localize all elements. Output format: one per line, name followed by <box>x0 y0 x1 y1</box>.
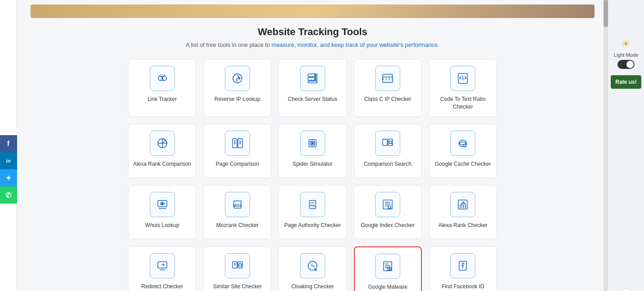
tool-card-code-to-text[interactable]: Code To Text Ratio Checker <box>429 59 497 117</box>
whois-icon <box>150 192 175 217</box>
tool-card-google-malware[interactable]: Google Malware Checker <box>354 246 422 291</box>
tool-card-redirect[interactable]: Redirect Checker <box>128 246 196 291</box>
alexa-rank-icon <box>450 192 475 217</box>
tool-label-server-status: Check Server Status <box>288 95 337 103</box>
google-malware-icon <box>375 254 400 279</box>
tool-label-cloaking: Cloaking Checker <box>291 283 334 291</box>
tool-label-reverse-ip: Reverse IP Lookup <box>215 95 260 103</box>
google-index-icon <box>375 192 400 217</box>
svg-rect-58 <box>458 200 467 209</box>
tool-label-page-authority: Page Authority Checker <box>284 222 341 229</box>
scrollbar-thumb[interactable] <box>604 0 608 27</box>
svg-point-45 <box>161 203 163 204</box>
tool-label-google-cache: Google Cache Checker <box>435 160 491 168</box>
social-sidebar: f in ✦ ✆ <box>0 0 17 291</box>
cookie-settings-button[interactable]: 🍪 <box>618 288 634 291</box>
tool-label-similar-site: Similar Site Checker <box>213 283 262 291</box>
sun-icon: ☀ <box>622 38 631 50</box>
tool-label-page-comparison: Page Comparison <box>216 160 259 168</box>
code-to-text-icon <box>450 66 475 91</box>
tool-label-find-facebook-id: Find Facebook ID <box>442 283 484 291</box>
page-scrollbar[interactable] <box>604 0 608 291</box>
tool-card-similar-site[interactable]: Similar Site Checker <box>203 246 271 291</box>
tool-card-reverse-ip[interactable]: Reverse IP Lookup <box>203 59 271 117</box>
twitter-share-button[interactable]: ✦ <box>0 169 17 186</box>
tool-card-page-authority[interactable]: PA Page Authority Checker <box>278 185 346 239</box>
svg-line-14 <box>462 76 463 80</box>
svg-point-9 <box>314 78 316 80</box>
tool-card-find-facebook-id[interactable]: Find Facebook ID <box>429 246 497 291</box>
tool-label-whois: Whois Lookup <box>145 222 179 229</box>
tool-card-alexa-comparison[interactable]: Alexa Rank Comparison <box>128 124 196 178</box>
tool-label-spider-simulator: Spider Simulator <box>293 160 333 168</box>
tool-label-google-malware: Google Malware Checker <box>358 283 417 291</box>
rate-us-button[interactable]: Rate us! <box>611 75 641 89</box>
svg-rect-19 <box>233 139 237 148</box>
link-tracker-icon <box>150 66 175 91</box>
svg-point-42 <box>464 144 466 147</box>
light-mode-label: Light Mode <box>614 52 638 58</box>
tools-grid: Link Tracker Reverse IP Lookup <box>128 59 497 291</box>
reverse-ip-icon <box>225 66 250 91</box>
top-banner <box>31 5 595 18</box>
spider-simulator-icon <box>300 131 325 156</box>
tool-label-code-to-text: Code To Text Ratio Checker <box>433 95 493 111</box>
light-mode-section: ☀ Light Mode <box>614 38 638 69</box>
linkedin-share-button[interactable]: in <box>0 152 17 169</box>
tool-label-redirect: Redirect Checker <box>141 283 183 291</box>
tool-card-google-index[interactable]: Google Index Checker <box>354 185 422 239</box>
svg-rect-7 <box>308 81 317 83</box>
svg-rect-34 <box>383 139 387 146</box>
tool-card-cloaking[interactable]: Cloaking Checker <box>278 246 346 291</box>
tool-card-class-c-ip[interactable]: 1.1.1.1 Class C IP Checker <box>354 59 422 117</box>
tool-card-mozrank[interactable]: MOZ Mozrank Checker <box>203 185 271 239</box>
tool-card-link-tracker[interactable]: Link Tracker <box>128 59 196 117</box>
tool-card-google-cache[interactable]: Google Cache Checker <box>429 124 497 178</box>
redirect-icon <box>150 253 175 278</box>
tool-card-whois[interactable]: Whois Lookup <box>128 185 196 239</box>
alexa-comparison-icon <box>150 131 175 156</box>
svg-line-68 <box>241 266 242 267</box>
tool-label-mozrank: Mozrank Checker <box>216 222 259 229</box>
svg-point-33 <box>312 142 313 144</box>
server-status-icon <box>300 66 325 91</box>
svg-point-84 <box>389 268 390 269</box>
main-content: Website Tracking Tools A list of free to… <box>17 0 608 291</box>
facebook-share-button[interactable]: f <box>0 135 17 152</box>
svg-text:1.1.1.1: 1.1.1.1 <box>382 77 394 81</box>
light-mode-toggle[interactable] <box>617 60 635 69</box>
tool-label-class-c-ip: Class C IP Checker <box>364 95 411 103</box>
page-title: Website Tracking Tools <box>31 26 595 38</box>
svg-rect-63 <box>158 262 167 268</box>
tool-label-comparison-search: Comparison Search <box>364 160 411 168</box>
svg-line-37 <box>391 143 392 144</box>
page-authority-icon: PA <box>300 192 325 217</box>
page-comparison-icon <box>225 131 250 156</box>
toggle-knob <box>626 61 634 68</box>
find-facebook-id-icon <box>450 253 475 278</box>
svg-point-8 <box>314 75 316 76</box>
tool-label-alexa-comparison: Alexa Rank Comparison <box>133 160 191 168</box>
tool-card-comparison-search[interactable]: Comparison Search <box>354 124 422 178</box>
svg-text:MOZ: MOZ <box>233 203 242 208</box>
whatsapp-share-button[interactable]: ✆ <box>0 186 17 204</box>
tool-label-link-tracker: Link Tracker <box>148 95 177 103</box>
svg-rect-20 <box>238 139 242 148</box>
cloaking-icon <box>300 253 325 278</box>
similar-site-icon <box>225 253 250 278</box>
svg-point-73 <box>315 269 316 270</box>
tool-card-server-status[interactable]: Check Server Status <box>278 59 346 117</box>
tool-label-google-index: Google Index Checker <box>361 222 414 229</box>
svg-line-16 <box>162 141 165 143</box>
tool-card-spider-simulator[interactable]: Spider Simulator <box>278 124 346 178</box>
comparison-search-icon <box>375 131 400 156</box>
tool-card-page-comparison[interactable]: Page Comparison <box>203 124 271 178</box>
subtitle-link[interactable]: measure, monitor, and keep track of your… <box>272 41 439 48</box>
tool-label-alexa-rank: Alexa Rank Checker <box>438 222 487 229</box>
tool-card-alexa-rank[interactable]: Alexa Rank Checker <box>429 185 497 239</box>
right-panel: ☀ Light Mode Rate us! 🍪 <box>608 0 644 291</box>
mozrank-icon: MOZ <box>225 192 250 217</box>
class-c-ip-icon: 1.1.1.1 <box>375 66 400 91</box>
page-subtitle: A list of free tools in one place to mea… <box>31 41 595 48</box>
google-cache-icon <box>450 131 475 156</box>
